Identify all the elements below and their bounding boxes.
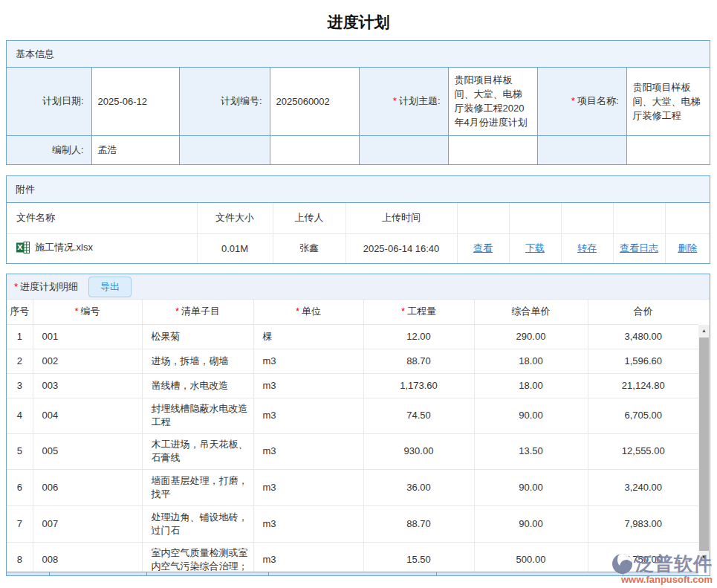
basic-info-panel: 基本信息 计划日期: 2025-06-12 计划编号: 2025060002 *…	[6, 40, 710, 165]
plan-no-label: 计划编号:	[179, 68, 270, 135]
detail-row: 6006墙面基层处理，打磨，找平m336.0090.003,240.00	[7, 469, 698, 505]
detail-cell-unit_price: 18.00	[474, 373, 588, 398]
detail-row: 7007处理边角、铺设地砖，过门石m388.7090.007,983.00	[7, 505, 698, 542]
detail-row: 4004封埋线槽隐蔽水电改造工程m374.5090.006,705.00	[7, 398, 698, 433]
detail-cell-item: 松果菊	[142, 324, 253, 349]
plan-detail-panel: * 进度计划明细 导出 序号 *编号 *清单子目 *单位 *工程量 综合单价 合…	[6, 274, 710, 576]
col-header-unit: *单位	[253, 300, 363, 324]
detail-cell-no: 3	[7, 373, 33, 398]
empty-header-cell	[613, 203, 665, 233]
required-asterisk: *	[571, 95, 575, 106]
detail-cell-code: 003	[33, 373, 142, 398]
next-row-partial	[7, 572, 698, 575]
plan-no-value: 2025060002	[270, 68, 359, 135]
required-asterisk: *	[74, 306, 78, 317]
project-name-value: 贵阳项目样板间、大堂、电梯厅装修工程	[626, 68, 710, 135]
plan-detail-table: 序号 *编号 *清单子目 *单位 *工程量 综合单价 合价 1001松果菊棵12…	[7, 300, 698, 576]
detail-cell-code: 006	[33, 469, 142, 505]
basic-info-section-title: 基本信息	[7, 41, 710, 68]
detail-row: 2002进场，拆墙，砌墙m388.7018.001,596.60	[7, 349, 698, 373]
detail-cell-unit: m3	[253, 505, 363, 542]
detail-cell-code: 005	[33, 433, 142, 469]
vertical-scrollbar[interactable]: ▲ ▼	[698, 325, 710, 563]
required-asterisk: *	[296, 306, 299, 317]
required-asterisk: *	[14, 281, 18, 292]
detail-cell-total: 1,596.60	[588, 349, 698, 373]
col-header-code: *编号	[33, 300, 142, 324]
scroll-down-arrow-icon[interactable]: ▼	[698, 552, 710, 563]
download-link[interactable]: 下载	[525, 242, 545, 253]
detail-cell-total: 12,555.00	[588, 433, 698, 469]
detail-cell-item: 处理边角、铺设地砖，过门石	[142, 505, 253, 542]
detail-cell-no: 5	[7, 433, 33, 469]
detail-cell-quantity: 74.50	[363, 398, 474, 433]
detail-cell-unit_price: 90.00	[474, 469, 588, 505]
detail-cell-code: 007	[33, 505, 142, 542]
detail-cell-unit: m3	[253, 349, 363, 373]
attachment-upload-time: 2025-06-14 16:40	[345, 233, 457, 263]
detail-row: 3003凿线槽，水电改造m31,173.6018.0021,124.80	[7, 373, 698, 398]
required-asterisk: *	[401, 306, 405, 317]
compiler-value: 孟浩	[91, 135, 179, 164]
detail-cell-no: 6	[7, 469, 33, 505]
detail-cell-total: 21,124.80	[588, 373, 698, 398]
file-size-header: 文件大小	[197, 203, 273, 233]
detail-cell-unit: m3	[253, 373, 363, 398]
detail-cell-total: 3,480.00	[588, 324, 698, 349]
empty-header-cell	[561, 203, 613, 233]
plan-detail-section-title: 进度计划明细	[20, 280, 78, 294]
page-title: 进度计划	[0, 0, 717, 40]
plan-subject-value: 贵阳项目样板间、大堂、电梯厅装修工程2020年4月份进度计划	[448, 68, 537, 135]
detail-cell-no: 4	[7, 398, 33, 433]
view-log-link[interactable]: 查看日志	[620, 242, 658, 253]
detail-cell-code: 001	[33, 324, 142, 349]
file-name-cell: X 施工情况.xlsx	[7, 233, 197, 263]
detail-cell-no: 2	[7, 349, 33, 373]
delete-link[interactable]: 删除	[678, 242, 697, 253]
empty-header-cell	[509, 203, 561, 233]
excel-file-icon: X	[16, 242, 30, 253]
detail-cell-unit_price: 290.00	[474, 324, 588, 349]
detail-cell-unit: m3	[253, 398, 363, 433]
detail-cell-item: 进场，拆墙，砌墙	[142, 349, 253, 373]
detail-cell-unit: m3	[253, 469, 363, 505]
detail-cell-item: 墙面基层处理，打磨，找平	[142, 469, 253, 505]
empty-header-cell	[457, 203, 509, 233]
detail-table-body: 1001松果菊棵12.00290.003,480.002002进场，拆墙，砌墙m…	[7, 324, 698, 576]
scroll-up-arrow-icon[interactable]: ▲	[698, 325, 710, 337]
detail-cell-quantity: 88.70	[363, 505, 474, 542]
transfer-link[interactable]: 转存	[577, 242, 597, 253]
col-header-unit-price: 综合单价	[474, 300, 588, 324]
detail-cell-unit_price: 18.00	[474, 349, 588, 373]
view-link[interactable]: 查看	[473, 242, 493, 253]
detail-cell-quantity: 930.00	[363, 433, 474, 469]
plan-date-label: 计划日期:	[7, 68, 91, 135]
plan-subject-label: *计划主题:	[359, 68, 448, 135]
required-asterisk: *	[393, 95, 397, 106]
detail-cell-code: 004	[33, 398, 142, 433]
upload-time-header: 上传时间	[345, 203, 457, 233]
export-button[interactable]: 导出	[88, 277, 132, 297]
col-header-no: 序号	[7, 300, 33, 324]
attachments-section-title: 附件	[7, 176, 710, 203]
detail-cell-quantity: 1,173.60	[363, 373, 474, 398]
empty-label-cell	[359, 135, 448, 164]
attachment-uploader: 张鑫	[273, 233, 345, 263]
empty-value-cell	[270, 135, 359, 164]
detail-row: 5005木工进场，吊天花板、石膏线m3930.0013.5012,555.00	[7, 433, 698, 469]
detail-cell-quantity: 12.00	[363, 324, 474, 349]
attachment-row: X 施工情况.xlsx 0.01M 张鑫 2025-06-14 16:40 查看…	[7, 233, 710, 263]
detail-cell-no: 1	[7, 324, 33, 349]
attachments-panel: 附件 文件名称 文件大小 上传人 上传时间 X	[6, 175, 710, 264]
detail-cell-item: 木工进场，吊天花板、石膏线	[142, 433, 253, 469]
detail-cell-item: 凿线槽，水电改造	[142, 373, 253, 398]
detail-cell-unit_price: 90.00	[474, 398, 588, 433]
detail-row: 1001松果菊棵12.00290.003,480.00	[7, 324, 698, 349]
basic-info-table: 计划日期: 2025-06-12 计划编号: 2025060002 *计划主题:…	[7, 68, 710, 164]
empty-value-cell	[448, 135, 537, 164]
scrollbar-thumb[interactable]	[699, 337, 709, 551]
file-name-header: 文件名称	[7, 203, 197, 233]
attachment-file-name: 施工情况.xlsx	[35, 241, 93, 254]
detail-cell-total: 6,705.00	[588, 398, 698, 433]
col-header-quantity: *工程量	[363, 300, 474, 324]
